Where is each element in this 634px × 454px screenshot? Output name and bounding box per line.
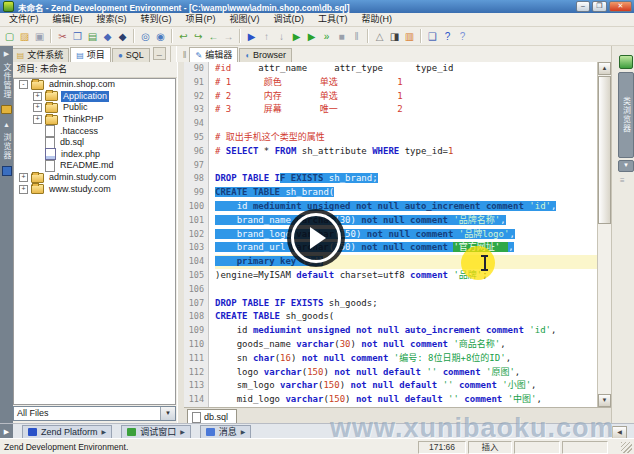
line-number[interactable]: 107 xyxy=(184,297,209,311)
tree-item-www.study.com[interactable]: +www.study.com xyxy=(14,183,175,195)
bottom-tab-消息[interactable]: 消息▶ xyxy=(200,425,252,439)
new-file-icon[interactable]: ▢ xyxy=(2,28,17,45)
code-line-97[interactable]: 97 xyxy=(184,159,597,173)
code-line-105[interactable]: 105)engine=MyISAM default charset=utf8 c… xyxy=(184,269,597,283)
code-line-108[interactable]: 108CREATE TABLE sh_goods( xyxy=(184,310,597,324)
code-line-114[interactable]: 114 mid_logo varchar(150) not null defau… xyxy=(184,393,597,407)
line-number[interactable]: 103 xyxy=(184,241,209,255)
scroll-up-button[interactable]: ▲ xyxy=(598,62,611,75)
tab-arrow-icon[interactable]: ▶ xyxy=(102,428,107,435)
line-number[interactable]: 102 xyxy=(184,228,209,242)
line-number[interactable]: 96 xyxy=(184,145,209,159)
tab-文件系统[interactable]: ▤文件系统 xyxy=(11,48,70,62)
line-number[interactable]: 91 xyxy=(184,76,209,90)
tree-item-admin.study.com[interactable]: +admin.study.com xyxy=(14,172,175,184)
context-help-icon[interactable]: ? xyxy=(455,28,470,45)
search-replace-icon[interactable]: ◉ xyxy=(153,28,168,45)
line-number[interactable]: 109 xyxy=(184,324,209,338)
code-text[interactable]: sn char(16) not null comment '编号: 8位日期+8… xyxy=(215,352,597,366)
tab-编辑器[interactable]: ✎编辑器 xyxy=(189,47,238,62)
code-line-112[interactable]: 112 logo varchar(150) not null default '… xyxy=(184,366,597,380)
menu-item[interactable]: 搜索(S) xyxy=(90,13,134,26)
file-back-icon[interactable]: ↩ xyxy=(176,28,191,45)
code-line-103[interactable]: 103 brand_url varchar(150) not null comm… xyxy=(184,241,597,255)
menu-item[interactable]: 编辑(E) xyxy=(46,13,90,26)
title-bar[interactable]: 未命名 - Zend Development Environment - [C:… xyxy=(0,0,634,13)
line-number[interactable]: 104 xyxy=(184,255,209,269)
code-text[interactable]: CREATE TABLE sh_brand( xyxy=(215,186,597,200)
line-number[interactable]: 105 xyxy=(184,269,209,283)
tree-expander[interactable]: + xyxy=(33,103,42,112)
tab-arrow-icon[interactable]: ▶ xyxy=(180,428,185,435)
menu-item[interactable]: 转到(G) xyxy=(134,13,179,26)
bottom-tab-Zend Platform[interactable]: Zend Platform▶ xyxy=(22,425,112,439)
minimize-button[interactable]: – xyxy=(576,1,590,12)
tree-item-ThinkPHP[interactable]: +ThinkPHP xyxy=(14,114,175,126)
code-line-99[interactable]: 99CREATE TABLE sh_brand( xyxy=(184,186,597,200)
line-number[interactable]: 100 xyxy=(184,200,209,214)
line-number[interactable]: 99 xyxy=(184,186,209,200)
line-number[interactable]: 92 xyxy=(184,90,209,104)
code-text[interactable]: brand_logo varchar(150) not null comment… xyxy=(215,228,597,242)
step-out-icon[interactable]: ↓ xyxy=(274,28,289,45)
code-line-91[interactable]: 91# 1 颜色 单选 1 xyxy=(184,76,597,90)
code-editor[interactable]: 90#id attr_name attr_type type_id91# 1 颜… xyxy=(184,62,597,407)
line-number[interactable]: 106 xyxy=(184,283,209,297)
tree-item-db.sql[interactable]: db.sql xyxy=(14,137,175,149)
tree-item-index.php[interactable]: index.php xyxy=(14,149,175,161)
code-line-92[interactable]: 92# 2 内存 单选 1 xyxy=(184,90,597,104)
help-icon[interactable]: ? xyxy=(440,28,455,45)
code-line-93[interactable]: 93# 3 屏幕 唯一 2 xyxy=(184,103,597,117)
line-number[interactable]: 90 xyxy=(184,62,209,76)
menu-item[interactable]: 视图(V) xyxy=(223,13,267,26)
line-number[interactable]: 98 xyxy=(184,172,209,186)
code-line-110[interactable]: 110 goods_name varchar(30) not null comm… xyxy=(184,338,597,352)
code-text[interactable]: goods_name varchar(30) not null comment … xyxy=(215,338,597,352)
tree-item-Application[interactable]: +Application xyxy=(14,91,175,103)
code-text[interactable]: sm_logo varchar(150) not null default ''… xyxy=(215,379,597,393)
scroll-down-button[interactable]: ▼ xyxy=(598,394,611,407)
drag-grip[interactable]: ‖ xyxy=(183,50,187,60)
inspect-icon[interactable]: ◨ xyxy=(387,28,402,45)
tree-item-admin.shop.com[interactable]: -admin.shop.com xyxy=(14,79,175,91)
code-line-113[interactable]: 113 sm_logo varchar(150) not null defaul… xyxy=(184,379,597,393)
stop-icon[interactable]: ■ xyxy=(334,28,349,45)
nav-forward-icon[interactable]: → xyxy=(221,28,236,45)
tree-item-README.md[interactable]: README.md xyxy=(14,160,175,172)
collapsed-tab-class-browser[interactable]: 类浏览器 xyxy=(618,72,634,158)
tree-expander[interactable]: + xyxy=(33,92,42,101)
tab-Browser[interactable]: ◐Browser xyxy=(239,48,292,62)
tree-expander[interactable]: + xyxy=(19,185,28,194)
code-line-94[interactable]: 94 xyxy=(184,117,597,131)
run-icon[interactable]: ▶ xyxy=(289,28,304,45)
menu-item[interactable]: 文件(F) xyxy=(2,13,46,26)
code-text[interactable]: CREATE TABLE sh_goods( xyxy=(215,310,597,324)
line-number[interactable]: 113 xyxy=(184,379,209,393)
panel-minimize-button[interactable]: _ xyxy=(153,47,166,60)
collapse-arrow-icon[interactable]: ▲ xyxy=(3,121,10,128)
file-tab-dbsql[interactable]: db.sql xyxy=(187,409,237,424)
file-forward-icon[interactable]: ↪ xyxy=(191,28,206,45)
code-line-111[interactable]: 111 sn char(16) not null comment '编号: 8位… xyxy=(184,352,597,366)
profiler-icon[interactable]: △ xyxy=(372,28,387,45)
run-to-cursor-icon[interactable]: ▶ xyxy=(304,28,319,45)
tree-item-.htaccess[interactable]: .htaccess xyxy=(14,125,175,137)
line-number[interactable]: 94 xyxy=(184,117,209,131)
code-line-107[interactable]: 107DROP TABLE IF EXISTS sh_goods; xyxy=(184,297,597,311)
tab-arrow-icon[interactable]: ▶ xyxy=(241,428,246,435)
code-line-104[interactable]: 104 primary key (id) xyxy=(184,255,597,269)
resize-grip[interactable] xyxy=(621,442,632,453)
code-text[interactable]: logo varchar(150) not null default '' co… xyxy=(215,366,597,380)
code-line-95[interactable]: 95# 取出手机这个类型的属性 xyxy=(184,131,597,145)
code-text[interactable]: mid_logo varchar(150) not null default '… xyxy=(215,393,597,407)
go-icon[interactable]: » xyxy=(319,28,334,45)
collapsed-tab-browser[interactable]: 浏览器 xyxy=(1,133,12,160)
step-over-icon[interactable]: ↑ xyxy=(259,28,274,45)
video-play-button[interactable] xyxy=(287,209,345,267)
line-number[interactable]: 114 xyxy=(184,393,209,407)
menu-item[interactable]: 调试(D) xyxy=(267,13,312,26)
collapsed-tab-file-manager[interactable]: 文件管理 xyxy=(1,63,12,99)
close-button[interactable]: ✕ xyxy=(609,1,632,12)
bookmark-icon[interactable]: ◆ xyxy=(100,28,115,45)
pause-icon[interactable]: ‖ xyxy=(349,28,364,45)
